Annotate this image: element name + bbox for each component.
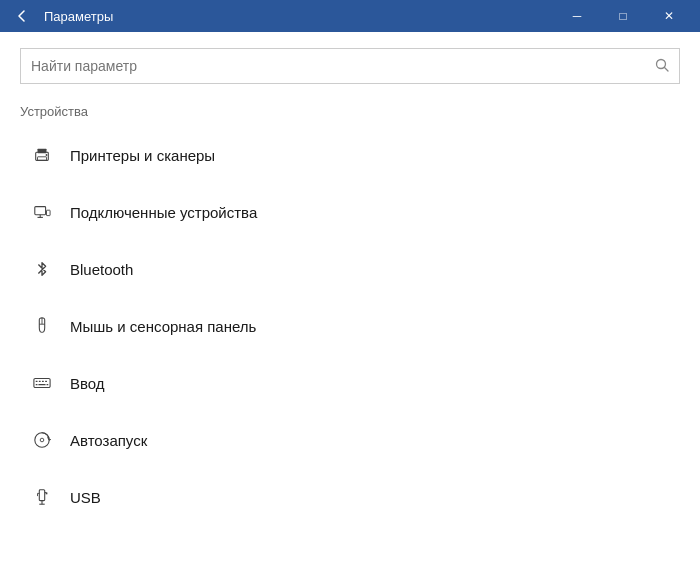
menu-list: Принтеры и сканеры Подключенные устройст… bbox=[20, 127, 680, 526]
svg-rect-29 bbox=[46, 493, 48, 495]
svg-rect-18 bbox=[36, 384, 38, 385]
svg-rect-23 bbox=[39, 490, 44, 501]
autoplay-icon bbox=[28, 426, 56, 454]
close-button[interactable]: ✕ bbox=[646, 0, 692, 32]
usb-icon bbox=[28, 483, 56, 511]
svg-point-22 bbox=[40, 438, 44, 442]
svg-rect-16 bbox=[42, 381, 44, 382]
mouse-icon bbox=[28, 312, 56, 340]
svg-rect-19 bbox=[38, 384, 45, 385]
menu-label-usb: USB bbox=[70, 489, 101, 506]
minimize-button[interactable]: ─ bbox=[554, 0, 600, 32]
window-title: Параметры bbox=[44, 9, 554, 24]
menu-item-connected[interactable]: Подключенные устройства bbox=[20, 184, 680, 241]
svg-rect-13 bbox=[34, 379, 50, 388]
svg-rect-17 bbox=[45, 381, 47, 382]
menu-item-usb[interactable]: USB bbox=[20, 469, 680, 526]
menu-item-input[interactable]: Ввод bbox=[20, 355, 680, 412]
section-title: Устройства bbox=[20, 104, 680, 119]
menu-label-mouse: Мышь и сенсорная панель bbox=[70, 318, 256, 335]
connected-devices-icon bbox=[28, 198, 56, 226]
search-icon bbox=[655, 58, 669, 75]
menu-item-bluetooth[interactable]: Bluetooth bbox=[20, 241, 680, 298]
menu-item-mouse[interactable]: Мышь и сенсорная панель bbox=[20, 298, 680, 355]
svg-rect-9 bbox=[47, 210, 51, 215]
maximize-button[interactable]: □ bbox=[600, 0, 646, 32]
bluetooth-icon bbox=[28, 255, 56, 283]
svg-rect-15 bbox=[39, 381, 41, 382]
window-controls: ─ □ ✕ bbox=[554, 0, 692, 32]
keyboard-icon bbox=[28, 369, 56, 397]
printer-icon bbox=[28, 141, 56, 169]
menu-item-printers[interactable]: Принтеры и сканеры bbox=[20, 127, 680, 184]
main-content: Устройства Принтеры и сканеры bbox=[0, 32, 700, 584]
menu-label-autoplay: Автозапуск bbox=[70, 432, 147, 449]
svg-rect-3 bbox=[38, 149, 47, 154]
menu-label-bluetooth: Bluetooth bbox=[70, 261, 133, 278]
menu-item-autoplay[interactable]: Автозапуск bbox=[20, 412, 680, 469]
titlebar: Параметры ─ □ ✕ bbox=[0, 0, 700, 32]
svg-rect-14 bbox=[36, 381, 38, 382]
search-input[interactable] bbox=[31, 58, 655, 74]
svg-point-5 bbox=[46, 154, 48, 156]
menu-label-connected: Подключенные устройства bbox=[70, 204, 257, 221]
back-button[interactable] bbox=[8, 2, 36, 30]
svg-rect-20 bbox=[47, 384, 49, 385]
menu-label-input: Ввод bbox=[70, 375, 105, 392]
menu-label-printers: Принтеры и сканеры bbox=[70, 147, 215, 164]
svg-line-1 bbox=[665, 67, 669, 71]
svg-rect-6 bbox=[35, 207, 46, 215]
search-bar[interactable] bbox=[20, 48, 680, 84]
settings-window: Параметры ─ □ ✕ Устройства bbox=[0, 0, 700, 584]
